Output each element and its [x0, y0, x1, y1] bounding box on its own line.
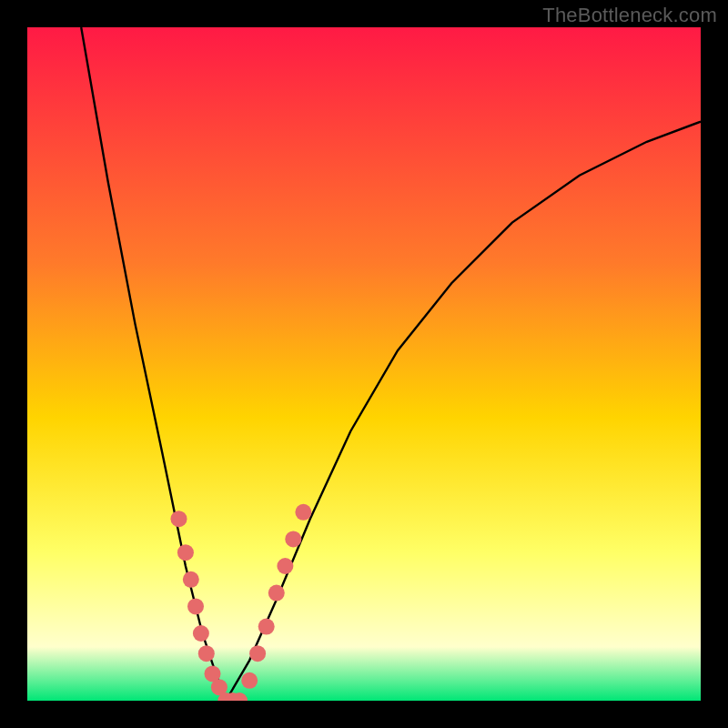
data-marker — [171, 511, 187, 527]
watermark-text: TheBottleneck.com — [542, 4, 717, 27]
data-marker — [277, 558, 293, 574]
data-marker — [241, 672, 258, 689]
data-marker — [268, 585, 285, 602]
data-marker — [285, 531, 301, 547]
chart-svg — [27, 27, 701, 701]
data-marker — [187, 598, 204, 614]
data-marker — [295, 504, 311, 521]
data-marker — [198, 645, 215, 662]
data-marker — [193, 625, 209, 642]
data-marker — [258, 619, 275, 635]
gradient-background — [27, 27, 701, 701]
plot-area — [27, 27, 701, 701]
data-marker — [177, 544, 194, 561]
data-marker — [249, 645, 266, 662]
chart-frame: TheBottleneck.com — [0, 0, 728, 728]
data-marker — [183, 571, 199, 588]
